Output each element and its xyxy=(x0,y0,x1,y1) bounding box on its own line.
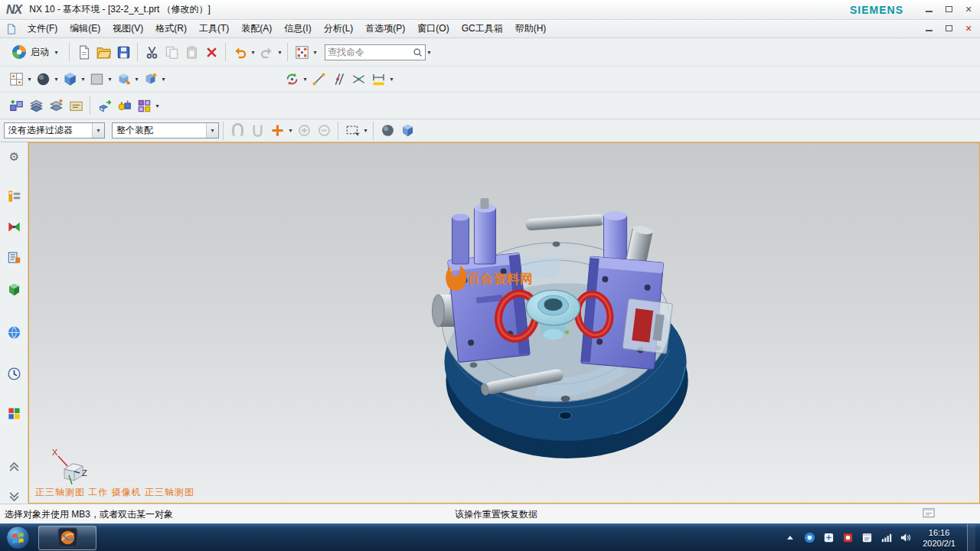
view-cube-front-button[interactable] xyxy=(113,69,133,90)
command-finder-input[interactable] xyxy=(328,47,413,57)
exclude-selection-button[interactable] xyxy=(314,120,334,142)
part-navigator-tab[interactable] xyxy=(5,248,24,267)
tray-volume-icon[interactable] xyxy=(899,532,911,544)
show-product-outline-button[interactable] xyxy=(46,95,66,116)
hidden-icons-button[interactable] xyxy=(784,532,796,544)
view-cube-iso-button[interactable] xyxy=(140,69,160,90)
selection-scope-dropdown[interactable]: 整个装配 ▾ xyxy=(112,122,219,139)
open-by-proximity-button[interactable] xyxy=(26,95,46,116)
doc-minimize-button[interactable] xyxy=(922,22,936,34)
snap-cross-button[interactable] xyxy=(348,69,368,90)
chevron-down-icon: ▾ xyxy=(92,123,104,138)
pattern-component-button[interactable] xyxy=(134,95,154,116)
chevron-down-icon[interactable]: ▾ xyxy=(302,76,309,83)
chevron-down-icon[interactable]: ▾ xyxy=(53,76,60,83)
menu-information[interactable]: 信息(I) xyxy=(278,20,317,37)
assembly-constraints-button[interactable] xyxy=(114,95,134,116)
delete-button[interactable] xyxy=(201,41,221,63)
tray-network-icon[interactable] xyxy=(880,532,892,544)
chevron-down-icon[interactable]: ▾ xyxy=(26,76,33,83)
doc-restore-button[interactable] xyxy=(942,22,956,34)
snap-dimension-button[interactable] xyxy=(368,69,388,90)
rotate-point-button[interactable] xyxy=(282,69,302,90)
menu-analysis[interactable]: 分析(L) xyxy=(318,20,360,37)
shortcuts-button[interactable] xyxy=(292,41,312,63)
copy-button[interactable] xyxy=(162,41,181,63)
chevron-down-icon[interactable]: ▾ xyxy=(362,127,369,134)
start-menu-button[interactable]: 启动 ▾ xyxy=(6,41,65,64)
snap-angle-button[interactable] xyxy=(328,69,348,90)
chevron-down-icon[interactable]: ▾ xyxy=(388,76,395,83)
chevron-down-icon[interactable]: ▾ xyxy=(276,49,283,56)
chevron-down-icon[interactable]: ▾ xyxy=(80,76,87,83)
move-component-button[interactable] xyxy=(94,95,114,116)
graphics-window[interactable]: 百合资料网 X Z 正三轴测图 工作 摄像机 正三轴测图 xyxy=(28,142,980,504)
taskbar-nx-app-button[interactable] xyxy=(38,526,96,550)
new-file-button[interactable] xyxy=(74,41,93,63)
snap-toggle-button[interactable] xyxy=(227,120,247,142)
include-selection-button[interactable] xyxy=(294,120,314,142)
background-button[interactable] xyxy=(87,69,106,90)
show-desktop-button[interactable] xyxy=(967,524,975,551)
add-filter-button[interactable] xyxy=(267,120,287,142)
menu-edit[interactable]: 编辑(E) xyxy=(64,20,106,37)
document-menu-icon[interactable] xyxy=(6,24,17,34)
menu-format[interactable]: 格式(R) xyxy=(149,20,193,37)
window-layout-button[interactable] xyxy=(6,69,26,90)
marquee-select-button[interactable] xyxy=(342,120,362,142)
menu-file[interactable]: 文件(F) xyxy=(21,20,64,37)
chevron-down-icon[interactable]: ▾ xyxy=(106,76,113,83)
menu-tools[interactable]: 工具(T) xyxy=(193,20,235,37)
menu-gc-toolbox[interactable]: GC工具箱 xyxy=(456,20,509,37)
restore-icon xyxy=(946,25,952,31)
tray-help-icon[interactable] xyxy=(803,532,815,544)
taskbar-clock[interactable]: 16:16 2020/2/1 xyxy=(918,527,960,549)
chevron-down-icon[interactable]: ▾ xyxy=(133,76,140,83)
chevron-down-icon[interactable]: ▾ xyxy=(154,103,161,109)
chevron-down-icon[interactable]: ▾ xyxy=(160,76,167,83)
start-button[interactable] xyxy=(0,524,35,551)
system-tray: 16:16 2020/2/1 xyxy=(784,524,980,551)
resource-scroll-up-button[interactable] xyxy=(5,456,24,475)
chevron-down-icon[interactable]: ▾ xyxy=(312,49,318,56)
window-monitor-icon[interactable] xyxy=(923,507,936,521)
more-commands-chevron-icon[interactable]: ▾ xyxy=(426,49,433,56)
undo-button[interactable] xyxy=(230,41,250,63)
open-button[interactable] xyxy=(93,41,113,63)
constraint-navigator-tab[interactable] xyxy=(5,217,24,236)
menu-help[interactable]: 帮助(H) xyxy=(509,20,553,37)
selection-filter-dropdown[interactable]: 没有选择过滤器 ▾ xyxy=(4,122,105,139)
orient-view-button[interactable] xyxy=(60,69,80,90)
tray-netdisk-icon[interactable] xyxy=(841,532,854,544)
gear-icon: ⚙ xyxy=(9,150,19,164)
notes-button[interactable] xyxy=(66,95,86,116)
cut-button[interactable] xyxy=(142,41,162,63)
chevron-down-icon[interactable]: ▾ xyxy=(250,49,256,56)
magnet-button[interactable] xyxy=(247,120,267,142)
chevron-down-icon[interactable]: ▾ xyxy=(287,127,294,134)
render-style-button[interactable] xyxy=(33,69,53,90)
resource-options-button[interactable]: ⚙ xyxy=(5,147,24,166)
menu-assemblies[interactable]: 装配(A) xyxy=(235,20,278,37)
web-browser-tab[interactable] xyxy=(5,323,24,342)
menu-window[interactable]: 窗口(O) xyxy=(411,20,455,37)
snap-endpoint-button[interactable] xyxy=(309,69,328,90)
tray-ime-icon[interactable] xyxy=(822,532,835,544)
assembly-navigator-tab[interactable] xyxy=(5,187,24,206)
hd3d-tool-tab[interactable] xyxy=(5,280,24,299)
solid-select-button[interactable] xyxy=(397,120,417,142)
menu-preferences[interactable]: 首选项(P) xyxy=(359,20,411,37)
menu-view[interactable]: 视图(V) xyxy=(106,20,149,37)
app-minimize-button[interactable] xyxy=(922,3,936,15)
paste-button[interactable] xyxy=(181,41,201,63)
materials-tab[interactable] xyxy=(5,404,24,423)
app-close-button[interactable]: ✕ xyxy=(962,3,975,15)
tray-calendar-icon[interactable] xyxy=(861,532,873,544)
doc-close-button[interactable]: ✕ xyxy=(962,22,975,34)
app-maximize-button[interactable] xyxy=(942,3,956,15)
shaded-select-button[interactable] xyxy=(377,120,397,142)
save-button[interactable] xyxy=(113,41,133,63)
redo-button[interactable] xyxy=(256,41,276,63)
find-component-button[interactable] xyxy=(6,95,26,116)
history-tab[interactable] xyxy=(5,364,24,383)
